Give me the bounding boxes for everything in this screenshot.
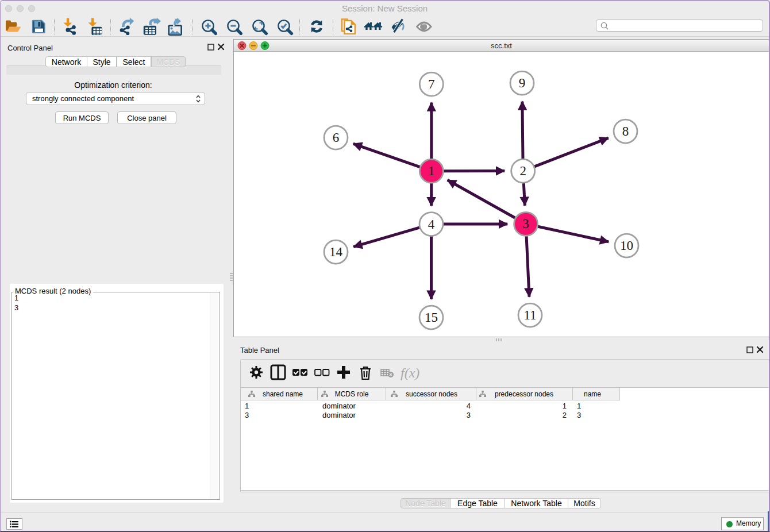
svg-text:name: name: [584, 390, 601, 398]
svg-text:predecessor nodes: predecessor nodes: [495, 390, 553, 398]
svg-text:4: 4: [428, 217, 435, 232]
svg-text:MCDS role: MCDS role: [335, 390, 369, 398]
svg-text:11: 11: [523, 308, 536, 322]
svg-text:f(x): f(x): [401, 365, 419, 380]
svg-text:shared name: shared name: [263, 390, 303, 398]
svg-text:10: 10: [620, 238, 633, 253]
svg-text:15: 15: [425, 310, 438, 325]
svg-text:9: 9: [519, 76, 526, 90]
svg-text:14: 14: [329, 245, 343, 259]
svg-text:successor nodes: successor nodes: [406, 390, 457, 398]
svg-text:8: 8: [622, 124, 629, 138]
svg-text:7: 7: [428, 77, 435, 91]
svg-text:1: 1: [428, 164, 435, 178]
svg-text:3: 3: [522, 217, 529, 231]
svg-text:6: 6: [333, 130, 340, 145]
svg-text:2: 2: [519, 164, 526, 178]
